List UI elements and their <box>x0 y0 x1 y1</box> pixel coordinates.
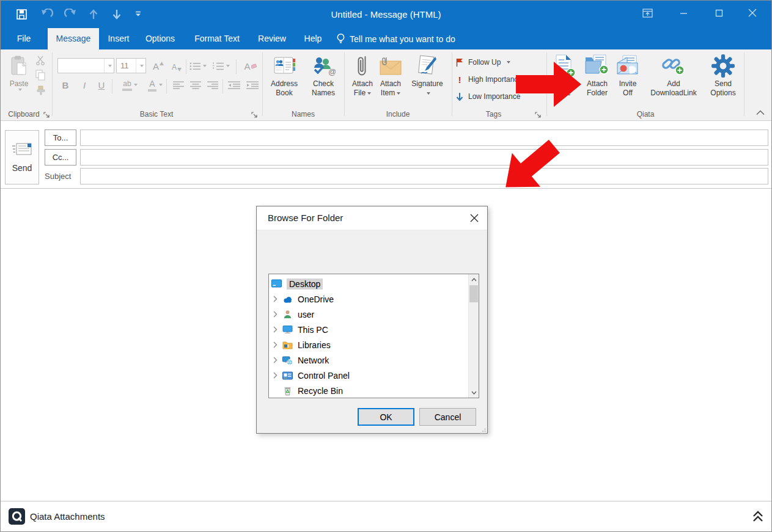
grow-font-button[interactable]: A <box>151 59 166 73</box>
qiata-invite-off-button[interactable]: Invite Off <box>614 53 641 98</box>
attach-item-button[interactable]: Attach Item <box>374 53 407 98</box>
shrink-font-button[interactable]: A <box>169 60 184 75</box>
tab-message[interactable]: Message <box>48 28 99 49</box>
tree-scrollbar[interactable] <box>468 274 479 398</box>
qiata-send-options-button[interactable]: Send Options <box>706 53 740 98</box>
expand-chevron-icon[interactable] <box>273 326 282 333</box>
attach-item-label-line1: Attach <box>380 79 401 89</box>
tree-item-libraries[interactable]: Libraries <box>269 337 468 352</box>
tree-item-network[interactable]: Network <box>269 352 468 368</box>
align-center-button[interactable] <box>188 79 203 91</box>
dropdown-arrow-icon <box>397 92 400 95</box>
attach-file-button[interactable]: Attach File <box>347 53 378 98</box>
expand-chevron-icon[interactable] <box>273 341 282 348</box>
scrollbar-thumb[interactable] <box>469 285 478 302</box>
ribbon-display-options-button[interactable] <box>633 1 661 25</box>
desktop-icon <box>271 279 282 288</box>
tree-item-onedrive[interactable]: OneDrive <box>269 291 468 307</box>
clear-formatting-button[interactable]: A <box>243 58 259 74</box>
low-importance-button[interactable]: Low Importance <box>455 90 520 103</box>
format-painter-button[interactable] <box>35 85 46 96</box>
clipboard-dialog-launcher[interactable] <box>43 110 51 117</box>
tab-help[interactable]: Help <box>300 28 326 49</box>
basic-text-dialog-launcher[interactable] <box>251 110 259 117</box>
align-right-button[interactable] <box>205 79 220 91</box>
expand-chevron-icon[interactable] <box>273 311 282 318</box>
to-field[interactable] <box>80 129 768 146</box>
check-names-button[interactable]: @ Check Names <box>304 53 342 98</box>
tree-item-label: Desktop <box>287 279 323 290</box>
resize-grip[interactable] <box>480 426 486 432</box>
address-book-button[interactable]: Address Book <box>265 53 303 98</box>
send-button[interactable]: Send <box>5 130 39 184</box>
to-button[interactable]: To... <box>45 129 76 146</box>
qiata-attach-folder-button[interactable]: Attach Folder <box>580 53 614 98</box>
close-button[interactable] <box>738 1 766 25</box>
paste-button[interactable]: Paste <box>4 53 34 91</box>
qiata-invite-off-label-line1: Invite <box>619 79 637 89</box>
tab-file[interactable]: File <box>9 28 39 49</box>
minimize-button[interactable] <box>669 1 697 25</box>
maximize-button[interactable] <box>705 1 733 25</box>
high-importance-button[interactable]: ! High Importance <box>455 73 522 86</box>
customize-qat-button[interactable] <box>131 6 145 22</box>
font-size-combo[interactable]: 11 <box>116 58 146 73</box>
font-name-dropdown[interactable] <box>104 59 114 73</box>
undo-button[interactable] <box>39 6 56 22</box>
high-importance-label: High Importance <box>468 75 522 84</box>
cc-button[interactable]: Cc... <box>45 149 76 166</box>
expand-chevron-icon[interactable] <box>273 372 282 379</box>
font-name-combo[interactable] <box>57 58 114 73</box>
bullets-button[interactable] <box>189 59 207 73</box>
titlebar: Untitled - Message (HTML) <box>1 1 771 28</box>
qiata-add-downloadlink-button[interactable]: Add DownloadLink <box>641 53 706 98</box>
tree-item-control-panel[interactable]: Control Panel <box>269 368 468 383</box>
underline-button[interactable]: U <box>95 78 108 93</box>
tab-format-text[interactable]: Format Text <box>189 28 245 49</box>
cc-field[interactable] <box>80 149 768 166</box>
tab-review[interactable]: Review <box>254 28 290 49</box>
follow-up-button[interactable]: Follow Up <box>455 56 510 69</box>
copy-button[interactable] <box>35 70 46 81</box>
tab-insert[interactable]: Insert <box>103 28 134 49</box>
address-book-label-line2: Book <box>276 89 292 98</box>
tree-item-this-pc[interactable]: This PC <box>269 322 468 337</box>
collapse-ribbon-button[interactable] <box>756 107 765 118</box>
signature-button[interactable]: Signature <box>408 53 447 98</box>
dropdown-arrow-icon <box>18 89 22 91</box>
align-left-button[interactable] <box>171 79 186 91</box>
tell-me-box[interactable]: Tell me what you want to do <box>336 28 455 49</box>
dialog-close-button[interactable] <box>465 210 483 227</box>
increase-indent-button[interactable] <box>244 79 260 91</box>
expand-chevron-icon[interactable] <box>273 296 282 302</box>
numbering-button[interactable] <box>211 59 230 73</box>
check-names-icon: @ <box>311 53 336 79</box>
scroll-down-button[interactable] <box>469 387 479 398</box>
save-button[interactable] <box>13 6 30 22</box>
cut-button[interactable] <box>35 55 46 66</box>
font-color-button[interactable]: A <box>142 76 163 93</box>
tree-item-desktop[interactable]: Desktop <box>269 276 468 291</box>
previous-item-button[interactable] <box>85 6 102 22</box>
tree-item-recycle-bin[interactable]: Recycle Bin <box>269 383 468 398</box>
bold-button[interactable]: B <box>59 78 72 93</box>
tell-me-label: Tell me what you want to do <box>350 34 455 44</box>
lightbulb-icon <box>336 33 345 45</box>
tab-options[interactable]: Options <box>141 28 179 49</box>
redo-button[interactable] <box>62 6 79 22</box>
next-item-button[interactable] <box>108 6 125 22</box>
expand-chevron-icon[interactable] <box>273 357 282 363</box>
qiata-attach-folder-icon <box>584 53 611 79</box>
decrease-indent-button[interactable] <box>226 79 242 91</box>
ok-button[interactable]: OK <box>358 408 414 426</box>
subject-field[interactable] <box>80 168 768 184</box>
qiata-send-options-gear-icon <box>711 53 735 79</box>
expand-pane-button[interactable] <box>752 510 764 523</box>
highlight-button[interactable]: ab <box>117 76 138 93</box>
tags-dialog-launcher[interactable] <box>535 110 542 117</box>
cancel-button[interactable]: Cancel <box>419 408 476 426</box>
scroll-up-button[interactable] <box>469 274 479 285</box>
tree-item-user[interactable]: user <box>269 307 468 322</box>
font-size-dropdown[interactable] <box>136 59 145 73</box>
italic-button[interactable]: I <box>78 78 91 93</box>
